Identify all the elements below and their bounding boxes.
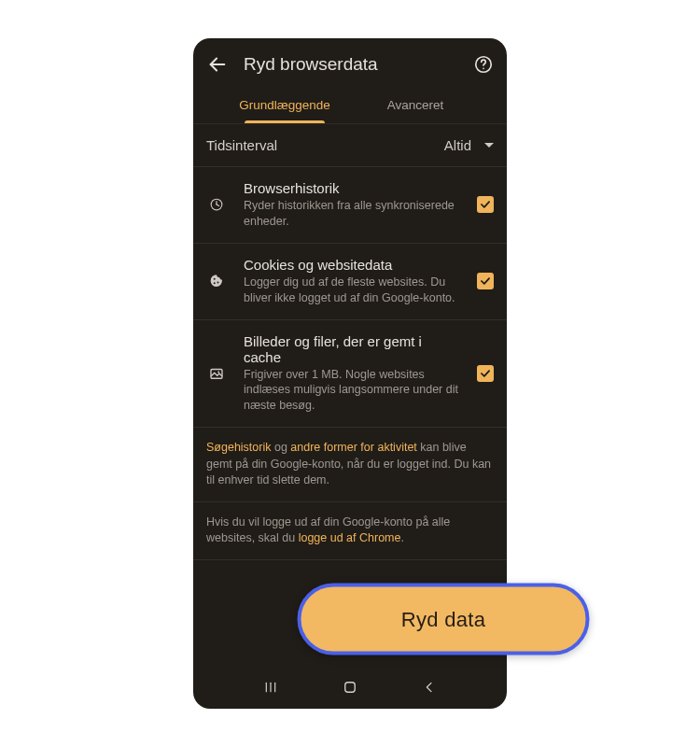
list-item-cookies[interactable]: Cookies og websitedata Logger dig ud af … — [193, 243, 507, 319]
data-type-list: Browserhistorik Ryder historikken fra al… — [193, 166, 507, 427]
item-desc: Ryder historikken fra alle synkronisered… — [244, 198, 460, 230]
svg-point-11 — [217, 371, 219, 373]
item-text: Billeder og filer, der er gemt i cache F… — [244, 333, 460, 415]
back-button[interactable] — [419, 677, 440, 698]
svg-point-7 — [214, 278, 216, 280]
tabs: Grundlæggende Avanceret — [193, 89, 507, 123]
link-signout-chrome[interactable]: logge ud af Chrome — [299, 531, 401, 544]
clock-icon — [206, 194, 227, 215]
link-search-history[interactable]: Søgehistorik — [206, 441, 271, 454]
svg-rect-15 — [345, 683, 356, 693]
item-text: Browserhistorik Ryder historikken fra al… — [244, 180, 460, 230]
time-range-dropdown[interactable]: Altid — [444, 137, 494, 153]
time-range-row: Tidsinterval Altid — [193, 123, 507, 166]
back-arrow-icon[interactable] — [206, 53, 229, 76]
header: Ryd browserdata — [193, 38, 507, 89]
time-range-label: Tidsinterval — [206, 137, 277, 153]
info-signout: Hvis du vil logge ud af din Google-konto… — [193, 501, 507, 559]
item-desc: Frigiver over 1 MB. Nogle websites indlæ… — [244, 367, 460, 415]
svg-point-9 — [217, 282, 219, 284]
tab-advanced[interactable]: Avanceret — [350, 89, 481, 123]
tab-basic[interactable]: Grundlæggende — [219, 89, 350, 123]
svg-point-2 — [483, 68, 484, 70]
checkbox-history[interactable] — [477, 196, 494, 213]
help-icon[interactable] — [473, 54, 494, 75]
home-button[interactable] — [340, 677, 360, 698]
checkbox-cookies[interactable] — [477, 273, 494, 289]
item-title: Cookies og websitedata — [244, 257, 460, 273]
cookie-icon — [206, 271, 227, 291]
image-icon — [206, 363, 227, 384]
list-item-cache[interactable]: Billeder og filer, der er gemt i cache F… — [193, 319, 507, 428]
time-range-value: Altid — [444, 137, 471, 153]
page-title: Ryd browserdata — [244, 54, 458, 75]
recents-button[interactable] — [260, 677, 281, 698]
item-text: Cookies og websitedata Logger dig ud af … — [244, 257, 460, 306]
info-search-history: Søgehistorik og andre former for aktivit… — [193, 427, 507, 501]
link-other-activity[interactable]: andre former for aktivitet — [290, 441, 416, 454]
svg-point-8 — [214, 282, 216, 284]
clear-data-button[interactable]: Ryd data — [298, 584, 590, 655]
chevron-down-icon — [484, 143, 494, 148]
checkbox-cache[interactable] — [477, 365, 494, 382]
item-title: Billeder og filer, der er gemt i cache — [244, 333, 460, 365]
item-title: Browserhistorik — [244, 180, 460, 196]
list-item-history[interactable]: Browserhistorik Ryder historikken fra al… — [193, 166, 507, 243]
item-desc: Logger dig ud af de fleste websites. Du … — [244, 275, 460, 306]
android-nav-bar — [193, 668, 507, 709]
